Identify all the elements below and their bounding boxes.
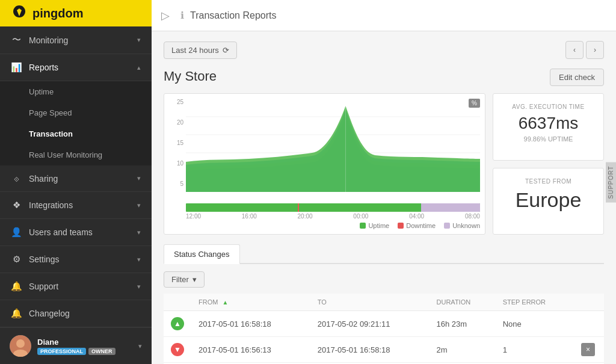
table-step-error: None bbox=[496, 311, 574, 337]
table-action-cell bbox=[574, 311, 604, 337]
sidebar-item-label: Reports bbox=[29, 63, 58, 72]
downtime-legend-label: Downtime bbox=[406, 222, 436, 229]
avg-label: AVG. EXECUTION TIME bbox=[503, 103, 594, 110]
sidebar-item-transaction[interactable]: Transaction bbox=[0, 123, 152, 144]
table-to: 2017-05-02 09:21:11 bbox=[310, 311, 430, 337]
filter-button[interactable]: Filter ▾ bbox=[164, 271, 205, 288]
main-content: ▷ ℹ Transaction Reports Last 24 hours ⟳ … bbox=[152, 0, 616, 364]
sidebar-item-label: Monitoring bbox=[29, 35, 68, 45]
area-chart bbox=[186, 99, 480, 192]
logo-area: pingdom bbox=[0, 0, 152, 26]
tab-status-changes[interactable]: Status Changes bbox=[164, 244, 240, 264]
avatar bbox=[10, 335, 31, 357]
table-duration: 2m bbox=[430, 337, 496, 363]
filter-row: Filter ▾ bbox=[164, 271, 604, 288]
chevron-down-icon[interactable]: ▾ bbox=[138, 342, 142, 350]
header: ▷ ℹ Transaction Reports bbox=[152, 0, 616, 31]
sidebar-item-page-speed[interactable]: Page Speed bbox=[0, 102, 152, 123]
chart-grid: 25 20 15 10 5 % bbox=[164, 93, 604, 235]
sidebar-item-sharing[interactable]: ⟐ Sharing ▾ bbox=[0, 165, 152, 192]
chevron-down-icon: ▾ bbox=[137, 229, 141, 236]
reports-submenu: Uptime Page Speed Transaction Real User … bbox=[0, 81, 152, 165]
next-button[interactable]: › bbox=[586, 41, 604, 59]
edit-check-button[interactable]: Edit check bbox=[550, 69, 604, 86]
table-to: 2017-05-01 16:58:18 bbox=[310, 337, 430, 363]
sidebar: pingdom 〜 Monitoring ▾ 📊 Reports ▴ Uptim… bbox=[0, 0, 152, 364]
prev-button[interactable]: ‹ bbox=[565, 41, 584, 59]
users-icon: 👤 bbox=[11, 227, 22, 238]
logo-icon bbox=[11, 3, 28, 23]
table-step-error: 1 bbox=[496, 337, 574, 363]
table-duration: 16h 23m bbox=[430, 311, 496, 337]
percent-badge: % bbox=[469, 99, 480, 108]
report-title: My Store bbox=[164, 69, 217, 84]
table-action-cell: × bbox=[574, 337, 604, 363]
sidebar-toggle-button[interactable]: ▷ bbox=[161, 9, 170, 22]
sidebar-item-integrations[interactable]: ❖ Integrations ▾ bbox=[0, 192, 152, 219]
chart-main: 25 20 15 10 5 % bbox=[164, 93, 485, 235]
stat-cards: AVG. EXECUTION TIME 6637ms 99.86% UPTIME… bbox=[493, 93, 604, 235]
nav-arrows: ‹ › bbox=[565, 41, 604, 59]
settings-icon: ⚙ bbox=[11, 254, 22, 265]
sidebar-item-changelog[interactable]: 🔔 Changelog bbox=[0, 300, 152, 327]
table-row: ▼ 2017-05-01 16:56:13 2017-05-01 16:58:1… bbox=[164, 337, 604, 363]
chart-legend: Uptime Downtime Unknown bbox=[186, 222, 480, 229]
sidebar-item-support[interactable]: 🔔 Support ▾ bbox=[0, 273, 152, 300]
downtime-marker bbox=[298, 203, 299, 212]
chevron-up-icon: ▴ bbox=[137, 64, 141, 72]
uptime-legend-label: Uptime bbox=[368, 222, 389, 229]
sidebar-item-users-teams[interactable]: 👤 Users and teams ▾ bbox=[0, 219, 152, 246]
sidebar-item-rum[interactable]: Real User Monitoring bbox=[0, 144, 152, 165]
sidebar-item-label: Settings bbox=[29, 254, 60, 264]
chevron-down-icon: ▾ bbox=[137, 256, 141, 264]
sharing-icon: ⟐ bbox=[11, 173, 22, 184]
avg-execution-card: AVG. EXECUTION TIME 6637ms 99.86% UPTIME bbox=[493, 93, 604, 161]
down-icon: ▼ bbox=[171, 343, 184, 356]
row-action-button[interactable]: × bbox=[581, 343, 595, 356]
report-header: My Store Edit check bbox=[164, 69, 604, 86]
col-icon bbox=[164, 294, 191, 311]
col-step-error: STEP ERROR bbox=[496, 294, 574, 311]
sidebar-item-uptime[interactable]: Uptime bbox=[0, 81, 152, 102]
up-icon: ▲ bbox=[171, 317, 184, 330]
svg-point-1 bbox=[16, 339, 25, 348]
table-header-row: FROM ▲ TO DURATION STEP ERROR bbox=[164, 294, 604, 311]
y-axis: 25 20 15 10 5 bbox=[169, 99, 186, 201]
sort-icon: ▲ bbox=[222, 299, 228, 306]
logo-text: pingdom bbox=[32, 7, 83, 20]
tested-value: Europe bbox=[503, 188, 594, 212]
uptime-legend-dot bbox=[360, 223, 366, 229]
support-tab[interactable]: SUPPORT bbox=[606, 162, 616, 202]
user-info[interactable]: Diane PROFESSIONAL OWNER bbox=[10, 335, 116, 357]
toolbar: Last 24 hours ⟳ ‹ › bbox=[164, 41, 604, 59]
table-status-icon: ▲ bbox=[164, 311, 191, 337]
sidebar-item-label: Integrations bbox=[29, 200, 73, 210]
col-action bbox=[574, 294, 604, 311]
sidebar-item-label: Sharing bbox=[29, 174, 58, 184]
uptime-pct: 99.86% UPTIME bbox=[503, 135, 594, 143]
sidebar-item-monitoring[interactable]: 〜 Monitoring ▾ bbox=[0, 26, 152, 54]
sidebar-item-label: Support bbox=[29, 282, 58, 291]
time-filter-button[interactable]: Last 24 hours ⟳ bbox=[164, 42, 237, 59]
integrations-icon: ❖ bbox=[11, 200, 22, 211]
chevron-down-icon: ▾ bbox=[137, 174, 141, 182]
support-icon: 🔔 bbox=[11, 281, 22, 292]
user-name: Diane bbox=[37, 338, 116, 347]
col-to: TO bbox=[310, 294, 430, 311]
sidebar-item-label: Users and teams bbox=[29, 227, 93, 237]
sidebar-item-reports[interactable]: 📊 Reports ▴ bbox=[0, 54, 152, 81]
col-from[interactable]: FROM ▲ bbox=[191, 294, 310, 311]
downtime-legend-dot bbox=[398, 223, 404, 229]
sidebar-item-label: Changelog bbox=[29, 309, 70, 318]
chevron-down-icon: ▾ bbox=[137, 202, 141, 209]
section-tabs: Status Changes bbox=[164, 244, 604, 264]
user-footer: Diane PROFESSIONAL OWNER ▾ bbox=[0, 327, 152, 364]
tested-from-card: TESTED FROM Europe bbox=[493, 168, 604, 235]
badge-owner: OWNER bbox=[88, 348, 116, 355]
sidebar-item-settings[interactable]: ⚙ Settings ▾ bbox=[0, 246, 152, 273]
filter-arrow-icon: ⟳ bbox=[223, 46, 229, 55]
unknown-legend-dot bbox=[444, 223, 450, 229]
chevron-down-icon: ▾ bbox=[137, 283, 141, 291]
chevron-down-icon: ▾ bbox=[137, 36, 141, 44]
chart-body: % bbox=[186, 99, 480, 201]
